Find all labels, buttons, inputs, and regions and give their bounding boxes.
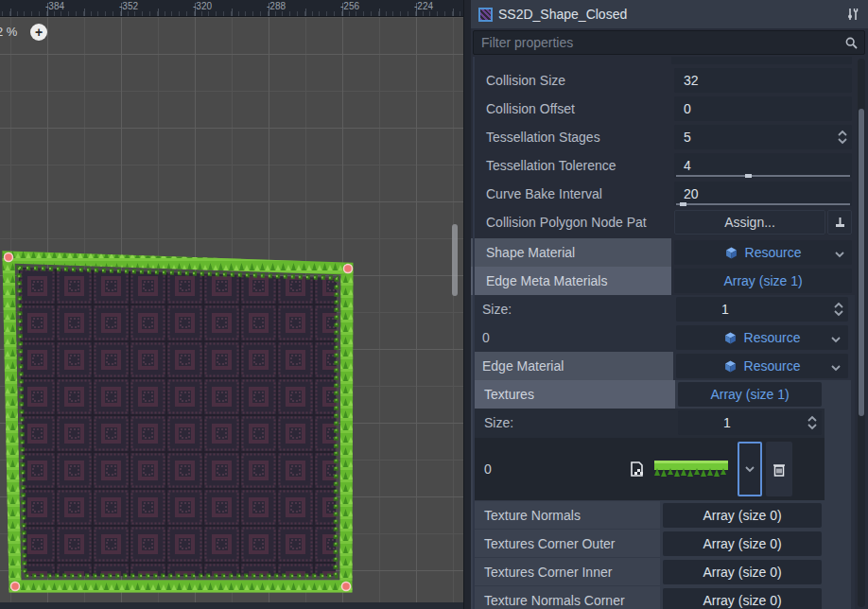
slider-track — [676, 175, 850, 177]
resource-label: Resource — [744, 330, 801, 345]
tessellation-tolerence-field[interactable]: 4 — [674, 153, 852, 178]
property-label: Tessellation Tolerence — [471, 151, 671, 180]
texture-normals-array-button[interactable]: Array (size 0) — [663, 503, 822, 528]
point-handle[interactable] — [11, 583, 20, 591]
edge-material-section: Textures Array (size 1) Size: 1 — [473, 380, 851, 609]
textures-size-field[interactable]: 1 — [678, 410, 822, 435]
clipped-field — [671, 57, 852, 64]
property-value: 0 — [674, 101, 691, 116]
resource-cube-icon — [724, 332, 737, 344]
tessellation-stages-field[interactable]: 5 — [674, 125, 852, 149]
chevron-down-icon — [830, 362, 842, 374]
array-item-row-0: 0 Resource — [473, 323, 851, 352]
property-row-tessellation-tolerence: Tessellation Tolerence 4 — [471, 151, 855, 180]
array-size-label: Array (size 1) — [710, 387, 789, 402]
collision-size-field[interactable]: 32 — [674, 68, 852, 93]
property-value: 20 — [674, 186, 699, 201]
point-handle[interactable] — [344, 265, 353, 273]
property-label: Curve Bake Interval — [471, 180, 671, 208]
property-row-textures-corner-outer: Textures Corner Outer Array (size 0) — [475, 530, 825, 558]
inspector-scrollbar-thumb[interactable] — [859, 109, 864, 416]
inspected-node-title: SS2D_Shape_Closed — [498, 7, 840, 22]
property-label: Collision Offset — [471, 95, 671, 123]
array-size-label: Array (size 0) — [703, 508, 781, 523]
point-handle[interactable] — [5, 253, 13, 262]
slider-grabber[interactable] — [680, 202, 686, 206]
resource-cube-icon — [724, 360, 737, 373]
textures-array-button[interactable]: Array (size 1) — [678, 382, 822, 407]
edge-meta-size-field[interactable]: 1 — [676, 297, 848, 322]
filter-properties-input[interactable]: Filter properties — [473, 30, 865, 55]
slider-grabber[interactable] — [745, 174, 752, 178]
texture-normals-corner-array-button[interactable]: Array (size 0) — [663, 588, 822, 609]
texture-dropdown-button[interactable] — [738, 442, 762, 496]
property-row-edge-meta-materials: Edge Meta Materials Array (size 1) — [471, 267, 855, 295]
viewport-vertical-scrollbar[interactable] — [452, 224, 458, 296]
array-size-label: Array (size 0) — [703, 536, 781, 551]
filter-placeholder: Filter properties — [481, 35, 573, 50]
point-handle[interactable] — [342, 583, 351, 591]
property-label[interactable]: Textures — [475, 380, 675, 409]
property-row-shape-material: Shape Material Resource — [471, 238, 855, 267]
spinner-updown-icon[interactable] — [807, 415, 818, 430]
spinner-updown-icon[interactable] — [833, 302, 844, 317]
collision-offset-field[interactable]: 0 — [674, 96, 852, 121]
array-index-label: 0 — [475, 461, 607, 477]
chevron-down-icon — [834, 249, 845, 260]
edge-meta-item-resource-picker[interactable]: Resource — [676, 325, 848, 350]
edge-material-resource-picker[interactable]: Resource — [676, 354, 848, 378]
resource-label: Resource — [745, 245, 802, 260]
property-row-edge-material: Edge Material Resource — [473, 352, 851, 380]
property-label[interactable]: Shape Material — [471, 238, 671, 267]
viewport-2d[interactable]: -384 -352 -320 -288 -256 -224 2 % + — [0, 0, 463, 609]
resource-label: Resource — [744, 358, 801, 374]
array-index-label: 0 — [473, 323, 673, 352]
assign-node-path-button[interactable]: Assign... — [674, 210, 825, 235]
property-label: Tessellation Stages — [471, 123, 671, 151]
property-row-tessellation-stages: Tessellation Stages 5 — [471, 123, 855, 151]
trash-icon — [773, 462, 786, 477]
slider-track — [676, 203, 850, 205]
property-row-texture-normals: Texture Normals Array (size 0) — [475, 501, 825, 530]
textures-corner-outer-array-button[interactable]: Array (size 0) — [663, 531, 822, 556]
pick-node-button[interactable] — [827, 210, 852, 235]
inspector-scrollbar[interactable] — [858, 59, 865, 607]
array-size-label: Array (size 0) — [703, 593, 781, 608]
grass-texture-preview[interactable] — [654, 461, 728, 478]
textures-array-section: Size: 1 0 — [475, 409, 825, 500]
textures-corner-inner-array-button[interactable]: Array (size 0) — [663, 560, 822, 584]
assign-label: Assign... — [724, 215, 775, 230]
edit-resource-icon[interactable] — [630, 461, 645, 477]
ss2d-node-icon — [478, 8, 493, 22]
shape-material-resource-picker[interactable]: Resource — [674, 240, 852, 265]
inspector-header: SS2D_Shape_Closed — [471, 0, 868, 28]
texture-item-row-0: 0 — [475, 438, 825, 500]
filter-bar: Filter properties — [471, 28, 868, 57]
property-row-texture-normals-corner: Texture Normals Corner Array (size 0) — [475, 586, 825, 609]
panel-splitter[interactable] — [463, 0, 471, 609]
property-label: Textures Corner Inner — [475, 558, 660, 585]
property-value: 32 — [674, 73, 699, 88]
pick-node-icon — [834, 217, 846, 229]
property-label: Collision Polygon Node Pat — [471, 208, 671, 236]
ss2d-shape — [0, 0, 463, 609]
property-row-textures: Textures Array (size 1) — [475, 380, 825, 409]
bottom-panel-edge — [0, 602, 463, 609]
property-row-curve-bake-interval: Curve Bake Interval 20 — [471, 180, 855, 208]
curve-bake-interval-field[interactable]: 20 — [674, 182, 852, 206]
delete-texture-button[interactable] — [766, 442, 792, 496]
tools-icon[interactable] — [845, 7, 860, 22]
spinner-updown-icon[interactable] — [837, 130, 848, 145]
property-label: Texture Normals Corner — [475, 586, 660, 609]
property-list: Collision Size 32 Collision Offset 0 Tes… — [471, 57, 868, 609]
property-label: Collision Size — [471, 66, 671, 95]
search-icon — [844, 36, 859, 50]
property-label[interactable]: Edge Meta Materials — [471, 267, 671, 295]
property-label[interactable]: Edge Material — [473, 352, 673, 380]
size-value: 1 — [678, 415, 731, 430]
size-label: Size: — [475, 409, 675, 437]
array-size-row: Size: 1 — [473, 295, 851, 323]
property-value: 4 — [674, 158, 691, 173]
edge-meta-materials-array-button[interactable]: Array (size 1) — [674, 269, 852, 293]
edge-meta-materials-section: Size: 1 0 — [471, 295, 855, 609]
